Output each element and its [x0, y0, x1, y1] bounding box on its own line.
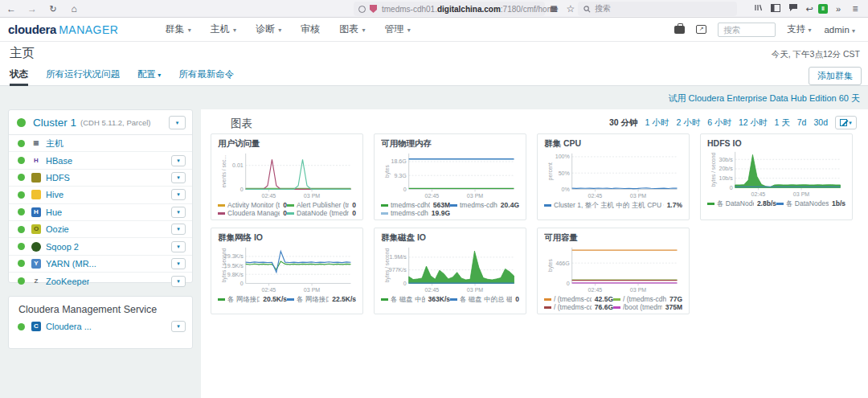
- time-range-option[interactable]: 30d: [813, 117, 828, 129]
- service-menu-button[interactable]: ▾: [171, 258, 186, 269]
- legend-swatch: [381, 298, 388, 301]
- add-cluster-button[interactable]: 添加群集: [809, 67, 862, 85]
- app-header: clouderaMANAGER 群集 ▾主机 ▾诊断 ▾审核图表 ▾管理 ▾ ↗…: [0, 18, 868, 42]
- legend-swatch: [287, 212, 294, 215]
- chart-edit-button[interactable]: ▾: [835, 116, 857, 129]
- tab[interactable]: 所有运行状况问题: [46, 64, 120, 86]
- cluster-name-link[interactable]: Cluster 1: [33, 117, 76, 129]
- svg-text:30b/s: 30b/s: [719, 157, 734, 162]
- service-link[interactable]: HDFS: [46, 173, 70, 183]
- service-link[interactable]: 主机: [46, 137, 63, 150]
- chart-plot: 30b/s20b/s10b/s002:4503 PMbytes / second: [707, 149, 847, 199]
- parcel-icon[interactable]: [674, 26, 685, 34]
- nav-menu-item[interactable]: 诊断 ▾: [246, 23, 291, 36]
- cluster-row: Cluster 1 (CDH 5.11.2, Parcel) ▾: [9, 110, 192, 135]
- chat-icon[interactable]: [786, 0, 800, 18]
- legend-label: Alert Publisher (tmed...: [297, 201, 349, 209]
- green-extension-icon[interactable]: ‖: [818, 4, 828, 14]
- service-menu-button[interactable]: ▾: [171, 155, 186, 166]
- management-menu-button[interactable]: ▾: [171, 321, 186, 332]
- svg-text:bytes / second: bytes / second: [710, 153, 717, 187]
- library-icon[interactable]: [751, 0, 765, 18]
- chart-card[interactable]: 可用物理内存 18.6G9.3G002:4503 PMbytes tmedms-…: [374, 133, 526, 220]
- svg-text:03 PM: 03 PM: [630, 193, 647, 199]
- chart-card[interactable]: 可用容量 466G002:4503 PMbytes / (tmedms-cdh0…: [537, 228, 690, 314]
- chart-card[interactable]: 用户访问量 0.01002:4503 PMevents / sec... Act…: [211, 133, 363, 220]
- svg-text:50%: 50%: [559, 170, 571, 176]
- service-row: Hive ▾: [9, 187, 192, 203]
- legend-value: 563M: [433, 201, 450, 209]
- chart-card[interactable]: 群集磁盘 IO 1.9M/s977K/s002:4503 PMbytes / s…: [374, 228, 526, 314]
- service-menu-button[interactable]: ▾: [171, 207, 186, 218]
- nav-menu-item[interactable]: 群集 ▾: [155, 23, 200, 36]
- legend-swatch: [218, 204, 225, 207]
- nav-menu-item[interactable]: 审核: [291, 23, 330, 36]
- logo-cloudera: cloudera: [8, 23, 56, 36]
- time-range-option[interactable]: 2 小时: [676, 117, 700, 129]
- legend-value: 20.4G: [501, 201, 519, 209]
- service-row: O Oozie ▾: [9, 221, 192, 238]
- tab[interactable]: 状态: [10, 64, 28, 86]
- browser-back-icon[interactable]: ←: [3, 0, 19, 18]
- chart-plot: 1.9M/s977K/s002:4503 PMbytes / second: [381, 244, 521, 294]
- site-info-icon[interactable]: [358, 6, 366, 13]
- cloudera-manager-logo[interactable]: clouderaMANAGER: [8, 23, 118, 36]
- trial-link[interactable]: 试用 Cloudera Enterprise Data Hub Edition …: [669, 92, 860, 105]
- tab[interactable]: 配置 ▾: [137, 64, 161, 86]
- chart-card[interactable]: 群集网络 IO 29.3K/s19.5K/s9.8K/s002:4503 PMb…: [211, 228, 363, 314]
- support-menu[interactable]: 支持 ▾: [787, 23, 811, 35]
- reply-icon[interactable]: ↩: [803, 0, 816, 18]
- app-search-input[interactable]: [718, 23, 776, 37]
- nav-menu-item[interactable]: 管理 ▾: [375, 23, 420, 36]
- legend-item: 各 DataNodes ... 2.8b/s: [707, 199, 776, 207]
- legend-swatch: [776, 203, 784, 205]
- cluster-meta: (CDH 5.11.2, Parcel): [80, 118, 150, 127]
- time-range-option[interactable]: 6 小时: [707, 117, 731, 129]
- browser-home-icon[interactable]: ⌂: [66, 0, 82, 18]
- svg-text:03 PM: 03 PM: [630, 287, 647, 293]
- service-link[interactable]: ZooKeeper: [46, 277, 89, 286]
- service-menu-button[interactable]: ▾: [171, 224, 186, 235]
- time-range-option[interactable]: 1 小时: [645, 117, 669, 129]
- time-range-option[interactable]: 7d: [797, 117, 807, 129]
- nav-menu-item[interactable]: 图表 ▾: [330, 23, 375, 36]
- service-menu-button[interactable]: ▾: [171, 189, 186, 200]
- service-link[interactable]: YARN (MR...: [46, 259, 96, 269]
- service-link[interactable]: Hue: [46, 207, 62, 217]
- nav-menu-item[interactable]: 主机 ▾: [201, 23, 246, 36]
- legend-value: 1.7%: [667, 201, 682, 209]
- user-menu[interactable]: admin ▾: [824, 25, 855, 35]
- browser-reload-icon[interactable]: ↻: [45, 0, 61, 18]
- service-link[interactable]: Sqoop 2: [46, 242, 79, 252]
- tab[interactable]: 所有最新命令: [178, 64, 234, 86]
- legend-item: 各 DataNodes 中... 1b/s: [776, 199, 845, 207]
- hamburger-menu-icon[interactable]: ≡: [849, 0, 862, 18]
- cluster-menu-button[interactable]: ▾: [169, 116, 186, 129]
- time-range-option[interactable]: 30 分钟: [609, 117, 638, 129]
- service-list: ▦ 主机 H HBase ▾ HDFS ▾ Hive ▾ H Hue ▾ O O…: [9, 135, 192, 290]
- management-status-dot: [18, 323, 25, 330]
- browser-forward-icon[interactable]: →: [24, 0, 40, 18]
- overflow-icon[interactable]: »: [833, 0, 844, 18]
- service-menu-button[interactable]: ▾: [171, 172, 186, 183]
- service-menu-button[interactable]: ▾: [171, 241, 186, 252]
- sidebar-toggle-icon[interactable]: [768, 0, 783, 18]
- service-link[interactable]: Oozie: [46, 224, 69, 234]
- time-range-option[interactable]: 1 天: [775, 117, 790, 129]
- shield-icon[interactable]: [370, 5, 377, 13]
- nav-menu-label: 图表: [339, 23, 358, 35]
- time-range-option[interactable]: 12 小时: [739, 117, 768, 129]
- service-link[interactable]: HBase: [46, 156, 72, 166]
- bookmark-star-icon[interactable]: ☆: [564, 0, 577, 18]
- legend-value: 2.8b/s: [757, 199, 776, 207]
- legend-swatch: [287, 204, 294, 207]
- browser-search-field[interactable]: 搜索: [578, 2, 737, 16]
- running-commands-icon[interactable]: ↗: [696, 25, 706, 34]
- service-link[interactable]: Hive: [46, 190, 63, 199]
- management-service-link[interactable]: Cloudera ...: [46, 322, 92, 331]
- chart-card[interactable]: HDFS IO 30b/s20b/s10b/s002:4503 PMbytes …: [700, 133, 853, 220]
- url-bar[interactable]: tmedms-cdh01.digitalchina.com:7180/cmf/h…: [354, 2, 545, 16]
- chart-card[interactable]: 群集 CPU 100%50%0%02:4503 PMpercent Cluste…: [537, 133, 690, 220]
- service-menu-button[interactable]: ▾: [171, 276, 186, 287]
- extension-icon[interactable]: ▩: [549, 4, 559, 14]
